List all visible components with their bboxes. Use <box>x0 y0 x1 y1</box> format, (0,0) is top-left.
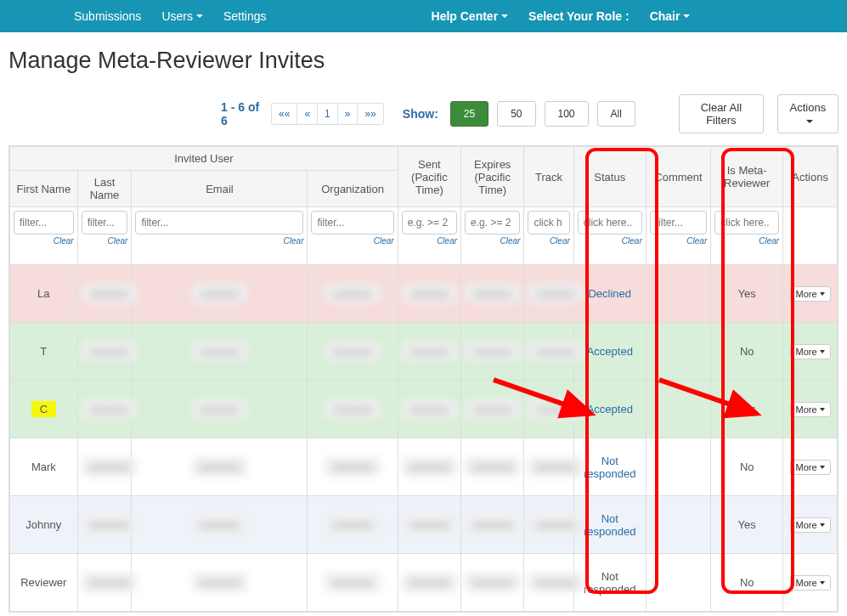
more-button[interactable]: More <box>790 344 831 359</box>
status-link[interactable]: Accepted <box>587 345 633 358</box>
chevron-down-icon <box>683 14 690 18</box>
more-button[interactable]: More <box>790 517 831 533</box>
pagination: «« « 1 » »» <box>272 103 384 125</box>
clear-filter-is-meta[interactable]: Clear <box>714 236 779 246</box>
table-row: Johnnyxxxxxxxxxxxxxxxxxxxxxxxxxxxxxxxxxx… <box>10 496 838 554</box>
page-next-button[interactable]: » <box>337 103 359 125</box>
page-number-button[interactable]: 1 <box>317 103 338 125</box>
header-group-invited-user: Invited User <box>10 147 398 171</box>
cell-comment <box>646 265 710 323</box>
cell-status: Accepted <box>573 323 646 381</box>
nav-help-center[interactable]: Help Center <box>421 1 519 31</box>
cell-is-meta: Yes <box>711 496 783 554</box>
filter-comment[interactable] <box>650 211 707 235</box>
chevron-down-icon <box>501 14 508 18</box>
page-title: Manage Meta-Reviewer Invites <box>8 48 847 74</box>
clear-filter-status[interactable]: Clear <box>578 236 642 246</box>
table-row: Reviewerxxxxxxxxxxxxxxxxxxxxxxxxxxxxxxxx… <box>10 554 838 612</box>
actions-button[interactable]: Actions <box>777 94 839 133</box>
more-button[interactable]: More <box>790 460 831 475</box>
cell-last-name: xxxxxxx <box>77 265 132 323</box>
cell-first-name: T <box>10 323 78 381</box>
pagesize-all-button[interactable]: All <box>597 101 635 127</box>
clear-all-filters-button[interactable]: Clear All Filters <box>679 94 764 133</box>
cell-comment <box>646 438 710 496</box>
clear-filter-first-name[interactable]: Clear <box>14 236 74 246</box>
clear-filter-organization[interactable]: Clear <box>311 236 393 246</box>
cell-expires: xxxxxxx <box>461 496 524 554</box>
grid: Invited User Sent (Pacific Time) Expires… <box>8 145 839 613</box>
nav-submissions[interactable]: Submissions <box>64 1 151 31</box>
header-organization[interactable]: Organization <box>308 171 398 207</box>
cell-is-meta: No <box>711 323 783 381</box>
filter-email[interactable] <box>135 211 303 235</box>
status-link[interactable]: Not responded <box>584 512 635 538</box>
clear-filter-sent[interactable]: Clear <box>402 236 457 246</box>
cell-sent: xxxxxxx <box>398 265 460 323</box>
cell-first-name: La <box>10 265 78 323</box>
nav-role-value: Chair <box>650 9 680 23</box>
header-track[interactable]: Track <box>524 147 573 207</box>
more-button[interactable]: More <box>790 286 831 302</box>
cell-status: Not responded <box>573 554 646 612</box>
nav-role[interactable]: Chair <box>640 1 701 31</box>
cell-organization: xxxxxxx <box>308 554 398 612</box>
cell-comment <box>646 381 710 438</box>
filter-row: Clear Clear Clear Clear Clear Clear Clea… <box>10 207 838 265</box>
cell-track: xxxxxxx <box>524 323 573 381</box>
cell-comment <box>646 323 710 381</box>
nav-settings[interactable]: Settings <box>213 1 277 31</box>
cell-actions: More <box>783 554 838 612</box>
actions-label: Actions <box>790 101 827 114</box>
pagesize-50-button[interactable]: 50 <box>497 101 535 127</box>
filter-is-meta[interactable] <box>714 211 779 235</box>
filter-last-name[interactable] <box>82 211 128 235</box>
clear-filter-email[interactable]: Clear <box>135 236 303 246</box>
cell-comment <box>646 496 710 554</box>
filter-track[interactable] <box>528 211 569 235</box>
header-comment[interactable]: Comment <box>646 147 710 207</box>
pagesize-100-button[interactable]: 100 <box>545 101 589 127</box>
chevron-down-icon <box>820 350 825 353</box>
header-email[interactable]: Email <box>132 171 308 207</box>
cell-sent: xxxxxxx <box>398 381 460 438</box>
clear-filter-expires[interactable]: Clear <box>465 236 520 246</box>
status-link[interactable]: Not responded <box>584 455 635 480</box>
chevron-down-icon <box>820 466 825 469</box>
filter-first-name[interactable] <box>14 211 74 235</box>
status-link[interactable]: Accepted <box>587 403 633 415</box>
cell-organization: xxxxxxx <box>308 381 398 438</box>
header-status[interactable]: Status <box>573 147 646 207</box>
status-link[interactable]: Declined <box>588 287 631 300</box>
header-last-name[interactable]: Last Name <box>77 171 132 207</box>
header-sent[interactable]: Sent (Pacific Time) <box>398 147 460 207</box>
cell-last-name: xxxxxxx <box>77 323 132 381</box>
header-expires[interactable]: Expires (Pacific Time) <box>461 147 524 207</box>
filter-status[interactable] <box>578 211 642 235</box>
header-first-name[interactable]: First Name <box>10 171 78 207</box>
clear-filter-last-name[interactable]: Clear <box>82 236 128 246</box>
filter-organization[interactable] <box>311 211 393 235</box>
page-last-button[interactable]: »» <box>357 103 383 125</box>
cell-status: Not responded <box>573 438 646 496</box>
cell-sent: xxxxxxx <box>398 323 460 381</box>
cell-is-meta: No <box>711 438 783 496</box>
navbar: Submissions Users Settings Help Center S… <box>0 0 847 32</box>
pagesize-25-button[interactable]: 25 <box>450 101 488 127</box>
nav-help-label: Help Center <box>432 9 499 23</box>
more-button[interactable]: More <box>790 402 831 417</box>
cell-first-name: Mark <box>10 438 78 496</box>
cell-track: xxxxxxx <box>524 265 573 323</box>
cell-status: Not responded <box>573 496 646 554</box>
cell-email: xxxxxxx <box>132 438 308 496</box>
clear-filter-comment[interactable]: Clear <box>650 236 707 246</box>
filter-sent[interactable] <box>402 211 457 235</box>
filter-expires[interactable] <box>465 211 520 235</box>
page-first-button[interactable]: «« <box>271 103 297 125</box>
clear-filter-track[interactable]: Clear <box>528 236 569 246</box>
header-is-meta[interactable]: Is Meta-Reviewer <box>711 147 783 207</box>
nav-users[interactable]: Users <box>151 1 213 31</box>
cell-sent: xxxxxxx <box>398 554 460 612</box>
more-button[interactable]: More <box>790 575 831 591</box>
page-prev-button[interactable]: « <box>296 103 318 125</box>
